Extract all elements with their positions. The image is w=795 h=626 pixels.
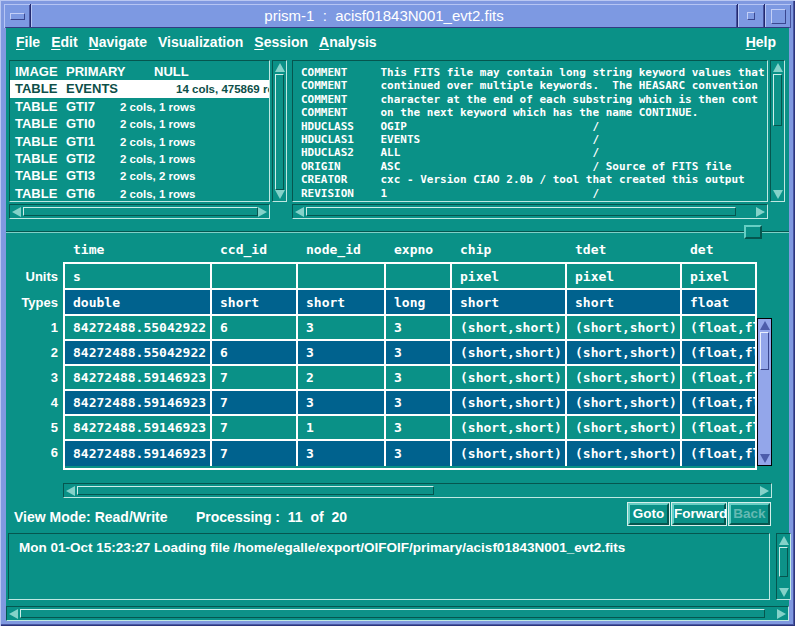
scroll-thumb[interactable]: [779, 547, 788, 577]
cell-data-row-5-expno: 3: [386, 416, 452, 439]
menu-visualization-label: isualization: [167, 34, 243, 50]
pane-sash-handle[interactable]: [744, 225, 762, 239]
cell-data-row-4-node_id: 3: [298, 391, 386, 414]
cell-data-row-1-expno: 3: [386, 316, 452, 339]
cell-units-row-det: pixel: [682, 264, 757, 288]
scroll-thumb[interactable]: [760, 332, 769, 370]
scroll-down-arrow[interactable]: [773, 190, 783, 199]
scroll-thumb[interactable]: [20, 609, 765, 618]
status-vscrollbar[interactable]: [776, 533, 791, 600]
scroll-thumb[interactable]: [23, 207, 258, 216]
forward-button[interactable]: Forward: [672, 503, 726, 525]
units-row[interactable]: spixelpixelpixel: [65, 264, 757, 290]
keyword-line-7: ORIGIN ASC / Source of FITS file: [301, 160, 767, 173]
data-row-2[interactable]: 84272488.55042922633(short,short)(short,…: [65, 341, 757, 366]
scroll-right-arrow[interactable]: [756, 207, 765, 217]
cell-data-row-4-expno: 3: [386, 391, 452, 414]
scroll-up-arrow[interactable]: [275, 63, 285, 72]
keyword-line-9: REVISION 1 /: [301, 187, 767, 200]
cell-data-row-5-ccd_id: 7: [212, 416, 298, 439]
data-row-5[interactable]: 84272488.59146923713(short,short)(short,…: [65, 416, 757, 441]
hdu-list-vscrollbar[interactable]: [272, 60, 287, 202]
menu-session-mnemonic: S: [254, 34, 263, 50]
menubar-items: FileEditNavigateVisualizationSessionAnal…: [16, 34, 377, 50]
scroll-right-arrow[interactable]: [777, 609, 786, 619]
scroll-thumb[interactable]: [306, 207, 736, 216]
cell-data-row-2-time: 84272488.55042922: [65, 341, 212, 364]
cell-data-row-4-ccd_id: 7: [212, 391, 298, 414]
cell-data-row-6-time: 84272488.59146923: [65, 441, 212, 466]
cell-data-row-4-det: (float,float): [682, 391, 757, 414]
menu-help-mnemonic: H: [746, 34, 756, 50]
menu-navigate[interactable]: Navigate: [89, 34, 147, 50]
row-number-1: 1: [6, 320, 58, 335]
scroll-thumb[interactable]: [77, 486, 434, 495]
minimize-icon: [747, 12, 755, 20]
cell-types-row-chip: short: [452, 290, 567, 314]
scroll-down-arrow[interactable]: [760, 454, 770, 463]
window-menu-icon: [10, 13, 25, 20]
scroll-thumb[interactable]: [275, 74, 284, 190]
cell-data-row-3-ccd_id: 7: [212, 366, 298, 389]
data-row-4[interactable]: 84272488.59146923733(short,short)(short,…: [65, 391, 757, 416]
keyword-line-3: COMMENT on the next keyword which has th…: [301, 106, 767, 119]
column-header-det: det: [680, 242, 792, 257]
cell-types-row-ccd_id: short: [212, 290, 298, 314]
status-area: Mon 01-Oct 15:23:27 Loading file /home/e…: [8, 533, 770, 600]
keyword-line-8: CREATOR cxc - Version CIAO 2.0b / tool t…: [301, 173, 767, 186]
scroll-up-arrow[interactable]: [773, 63, 783, 72]
scroll-right-arrow[interactable]: [760, 486, 769, 496]
table-hscrollbar[interactable]: [63, 483, 772, 498]
keyword-line-5: HDUCLAS1 EVENTS /: [301, 133, 767, 146]
hdu-name: EVENTS: [66, 81, 118, 96]
cell-data-row-4-tdet: (short,short): [567, 391, 682, 414]
keyword-line-0: COMMENT This FITS file may contain long …: [301, 66, 767, 79]
hdu-info: 2 cols, 1 rows: [120, 153, 195, 165]
cell-data-row-4-time: 84272488.59146923: [65, 391, 212, 414]
scroll-left-arrow[interactable]: [9, 609, 18, 619]
cell-data-row-4-chip: (short,short): [452, 391, 567, 414]
scroll-thumb[interactable]: [773, 74, 782, 126]
menu-help[interactable]: Help: [746, 28, 776, 55]
menu-analysis[interactable]: Analysis: [319, 34, 377, 50]
data-row-1[interactable]: 84272488.55042922633(short,short)(short,…: [65, 316, 757, 341]
menu-help-label: elp: [756, 34, 776, 50]
types-row[interactable]: doubleshortshortlongshortshortfloat: [65, 290, 757, 316]
data-row-6[interactable]: 84272488.59146923733(short,short)(short,…: [65, 441, 757, 466]
hdu-name: PRIMARY: [66, 64, 125, 79]
keywords-vscrollbar[interactable]: [770, 60, 785, 202]
keyword-line-4: HDUCLASS OGIP /: [301, 120, 767, 133]
data-row-3[interactable]: 84272488.59146923723(short,short)(short,…: [65, 366, 757, 391]
processing-label: Processing : 11 of 20: [196, 509, 347, 525]
keyword-line-1: COMMENT continued over multiple keywords…: [301, 79, 767, 92]
view-mode-label: View Mode: Read/Write: [14, 509, 168, 525]
scroll-down-arrow[interactable]: [779, 588, 789, 597]
cell-data-row-3-chip: (short,short): [452, 366, 567, 389]
row-number-3: 3: [6, 370, 58, 385]
menu-visualization[interactable]: Visualization: [158, 34, 243, 50]
cell-data-row-3-time: 84272488.59146923: [65, 366, 212, 389]
hdu-info: 2 cols, 1 rows: [120, 101, 195, 113]
menu-navigate-label: avigate: [99, 34, 147, 50]
scroll-up-arrow[interactable]: [760, 321, 770, 330]
maximize-button[interactable]: [765, 4, 791, 28]
minimize-button[interactable]: [738, 4, 764, 28]
scroll-right-arrow[interactable]: [258, 207, 267, 217]
table-vscrollbar[interactable]: [757, 318, 772, 466]
keywords-hscrollbar[interactable]: [292, 204, 768, 219]
window-menu-button[interactable]: [4, 4, 30, 28]
cell-data-row-1-ccd_id: 6: [212, 316, 298, 339]
window-hscrollbar[interactable]: [6, 606, 789, 621]
pane-divider: [6, 231, 789, 233]
maximize-icon: [771, 9, 786, 24]
scroll-down-arrow[interactable]: [275, 190, 285, 199]
menu-session[interactable]: Session: [254, 34, 308, 50]
scroll-left-arrow[interactable]: [66, 486, 75, 496]
scroll-left-arrow[interactable]: [295, 207, 304, 217]
cell-data-row-3-node_id: 2: [298, 366, 386, 389]
goto-button[interactable]: Goto: [628, 503, 669, 525]
scroll-up-arrow[interactable]: [779, 536, 789, 545]
cell-units-row-ccd_id: [212, 264, 298, 288]
cell-data-row-6-expno: 3: [386, 441, 452, 466]
cell-data-row-2-node_id: 3: [298, 341, 386, 364]
